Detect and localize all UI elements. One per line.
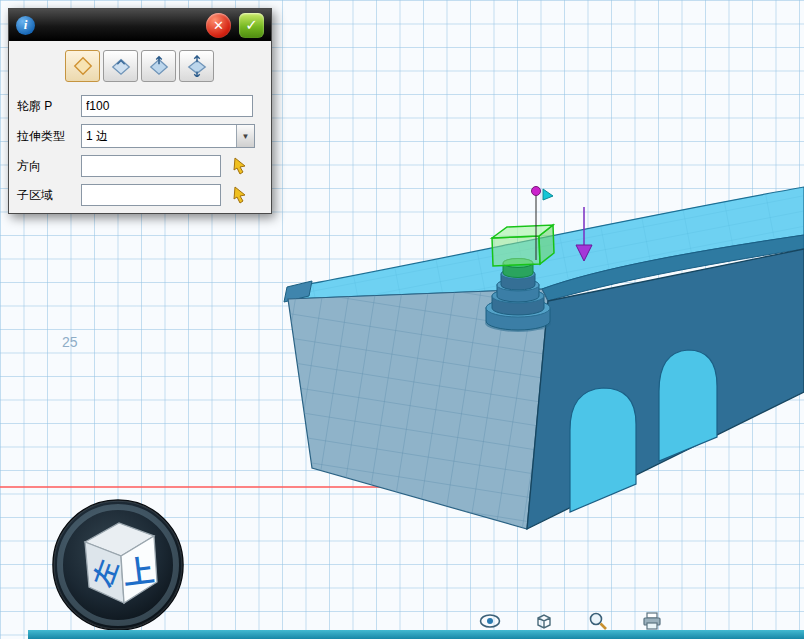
profile-label: 轮廓 P [17, 98, 81, 115]
extrude-mode-button-2[interactable] [103, 50, 138, 82]
extrude-base-diamond-icon [72, 55, 94, 77]
magnifier-icon [588, 611, 608, 631]
preview-front-face[interactable] [492, 236, 540, 266]
profile-input[interactable] [81, 95, 253, 117]
extrude-one-side-diamond-icon [110, 55, 132, 77]
chevron-down-icon[interactable]: ▼ [236, 125, 254, 147]
direction-pick-button[interactable] [229, 156, 251, 176]
grid-coordinate-label: 25 [62, 334, 78, 350]
viewcube[interactable]: 上 左 [53, 500, 183, 630]
dialog-titlebar[interactable]: i ✕ ✓ [9, 9, 271, 41]
direction-row: 方向 [17, 155, 263, 177]
pick-arrow-icon [231, 186, 249, 204]
manipulator-sphere-handle[interactable] [532, 187, 541, 196]
subregion-pick-button[interactable] [229, 185, 251, 205]
bottom-status-bar [28, 630, 804, 639]
extrude-mode-toolbar [9, 41, 271, 88]
extrude-type-row: 拉伸类型 1 边 ▼ [17, 124, 263, 148]
eye-icon [479, 613, 501, 629]
direction-label: 方向 [17, 158, 81, 175]
extrude-type-label: 拉伸类型 [17, 128, 81, 145]
cad-application-window: 上 左 25 i ✕ ✓ [0, 0, 804, 639]
extrude-mode-button-3[interactable] [141, 50, 176, 82]
viewcube-main-label[interactable]: 上 [122, 553, 156, 589]
cancel-button[interactable]: ✕ [206, 13, 231, 38]
cube-icon [534, 611, 554, 631]
extrude-two-side-diamond-icon [148, 55, 170, 77]
subregion-label: 子区域 [17, 187, 81, 204]
extrude-symmetric-diamond-icon [186, 55, 208, 77]
pick-arrow-icon [231, 157, 249, 175]
extrude-type-value: 1 边 [82, 128, 236, 145]
extrude-mode-button-4[interactable] [179, 50, 214, 82]
subregion-row: 子区域 [17, 184, 263, 206]
arch-opening-1[interactable] [570, 388, 636, 512]
printer-icon [642, 611, 662, 631]
profile-row: 轮廓 P [17, 95, 263, 117]
arch-opening-2[interactable] [659, 350, 717, 461]
manipulator-cyan-arrow[interactable] [543, 189, 553, 200]
info-icon: i [16, 16, 35, 35]
extrude-dialog: i ✕ ✓ [8, 8, 272, 214]
extrude-type-select[interactable]: 1 边 ▼ [81, 124, 255, 148]
direction-input[interactable] [81, 155, 221, 177]
confirm-button[interactable]: ✓ [239, 13, 264, 38]
extrude-mode-button-1[interactable] [65, 50, 100, 82]
subregion-input[interactable] [81, 184, 221, 206]
extrude-preview-box[interactable] [492, 225, 554, 266]
